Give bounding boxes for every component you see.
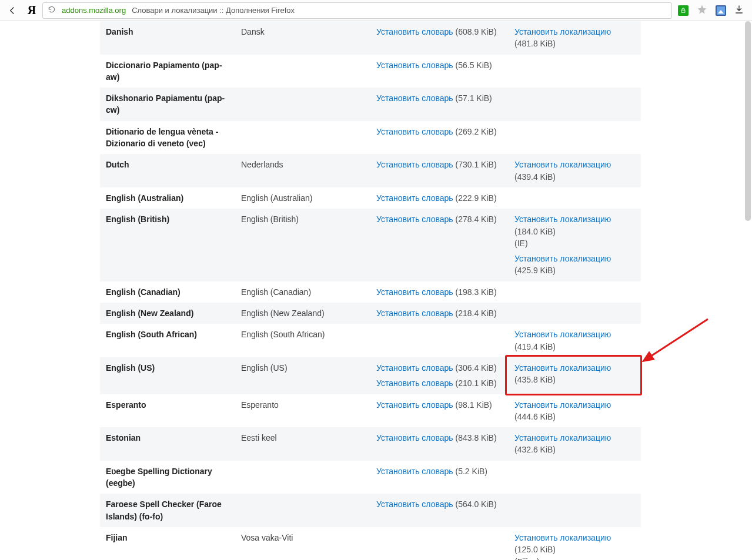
url-domain: addons.mozilla.org	[62, 6, 126, 15]
dict-cell: Установить словарь (730.1 KiB)	[370, 154, 509, 187]
lang-name: English (British)	[100, 209, 235, 281]
install-loc-size: (435.8 KiB)	[514, 375, 556, 384]
loc-cell: Установить локализацию (481.8 KiB)	[509, 21, 641, 55]
languages-table: DanishDanskУстановить словарь (608.9 KiB…	[100, 21, 641, 560]
lang-name: Faroese Spell Checker (Faroe Islands) (f…	[100, 494, 235, 527]
dict-cell: Установить словарь (278.4 KiB)	[370, 209, 509, 281]
install-dict-size: (210.1 KiB)	[456, 378, 497, 388]
install-dict-size: (730.1 KiB)	[456, 160, 497, 169]
install-dict-link[interactable]: Установить словарь	[376, 160, 453, 169]
loc-cell	[509, 121, 641, 155]
install-dict-link[interactable]: Установить словарь	[376, 127, 453, 136]
downloads-icon[interactable]	[734, 5, 744, 16]
install-dict-link[interactable]: Установить словарь	[376, 499, 453, 509]
toolbar-right	[676, 4, 748, 17]
lang-name: Ditionario de lengua vèneta - Dizionario…	[100, 121, 235, 155]
url-title: Словари и локализации :: Дополнения Fire…	[132, 6, 295, 15]
back-button[interactable]	[4, 2, 21, 19]
yandex-logo[interactable]: Я	[25, 4, 39, 17]
install-dict-link[interactable]: Установить словарь	[376, 308, 453, 318]
dict-cell: Установить словарь (222.9 KiB)	[370, 187, 509, 209]
dict-cell: Установить словарь (56.5 KiB)	[370, 55, 509, 88]
install-dict-size: (56.5 KiB)	[456, 61, 492, 70]
lang-name: Eʋegbe Spelling Dictionary (eegbe)	[100, 461, 235, 494]
lang-name: Dutch	[100, 154, 235, 187]
lang-native: English (Canadian)	[235, 281, 370, 303]
loc-cell	[509, 281, 641, 303]
lang-native	[235, 55, 370, 88]
install-loc-link[interactable]: Установить локализацию	[514, 254, 611, 263]
install-loc-link[interactable]: Установить локализацию	[514, 27, 611, 36]
scrollbar-thumb[interactable]	[745, 21, 751, 221]
lang-native: Eesti keel	[235, 427, 370, 461]
install-dict-link[interactable]: Установить словарь	[376, 287, 453, 297]
dict-cell	[370, 527, 509, 560]
install-loc-link[interactable]: Установить локализацию	[514, 330, 611, 339]
dict-cell: Установить словарь (218.4 KiB)	[370, 303, 509, 324]
screenshot-icon[interactable]	[716, 5, 726, 16]
table-row: English (Canadian)English (Canadian)Уста…	[100, 281, 641, 303]
lang-native	[235, 121, 370, 155]
install-dict-link[interactable]: Установить словарь	[376, 363, 453, 373]
table-row: Ditionario de lengua vèneta - Dizionario…	[100, 121, 641, 155]
table-row: English (New Zealand)English (New Zealan…	[100, 303, 641, 324]
lang-native	[235, 461, 370, 494]
lang-name: English (South African)	[100, 324, 235, 357]
install-dict-link[interactable]: Установить словарь	[376, 433, 453, 442]
install-dict-size: (222.9 KiB)	[456, 193, 497, 203]
lang-name: English (New Zealand)	[100, 303, 235, 324]
loc-cell	[509, 88, 641, 121]
install-loc-link[interactable]: Установить локализацию	[514, 400, 611, 410]
lang-native: Esperanto	[235, 394, 370, 428]
loc-cell: Установить локализацию (432.6 KiB)	[509, 427, 641, 461]
install-loc-link[interactable]: Установить локализацию	[514, 363, 611, 373]
install-loc-size: (444.6 KiB)	[514, 412, 556, 421]
install-loc-size: (184.0 KiB)	[514, 227, 556, 236]
loc-cell: Установить локализацию (184.0 KiB)(IE)Ус…	[509, 209, 641, 281]
bookmark-icon[interactable]	[697, 4, 707, 17]
table-row: Faroese Spell Checker (Faroe Islands) (f…	[100, 494, 641, 527]
install-dict-size: (269.2 KiB)	[456, 127, 497, 136]
table-row: EsperantoEsperantoУстановить словарь (98…	[100, 394, 641, 428]
install-loc-size: (432.6 KiB)	[514, 445, 556, 454]
install-loc-size: (419.4 KiB)	[514, 342, 556, 351]
loc-cell: Установить локализацию (439.4 KiB)	[509, 154, 641, 187]
install-dict-link[interactable]: Установить словарь	[376, 27, 453, 36]
install-dict-size: (5.2 KiB)	[456, 467, 487, 476]
lang-native: English (South African)	[235, 324, 370, 357]
table-row: EstonianEesti keelУстановить словарь (84…	[100, 427, 641, 461]
install-loc-link[interactable]: Установить локализацию	[514, 533, 611, 542]
lang-name: Danish	[100, 21, 235, 55]
install-dict-size: (306.4 KiB)	[456, 363, 497, 373]
dict-cell	[370, 324, 509, 357]
table-row: English (South African)English (South Af…	[100, 324, 641, 357]
lang-name: English (US)	[100, 357, 235, 394]
dict-cell: Установить словарь (564.0 KiB)	[370, 494, 509, 527]
svg-line-0	[649, 319, 708, 357]
install-loc-link[interactable]: Установить локализацию	[514, 433, 611, 442]
lang-name: Esperanto	[100, 394, 235, 428]
loc-cell	[509, 55, 641, 88]
install-dict-link[interactable]: Установить словарь	[376, 400, 453, 410]
lang-name: Dikshonario Papiamentu (pap-cw)	[100, 88, 235, 121]
install-dict-link[interactable]: Установить словарь	[376, 214, 453, 224]
lang-name: English (Canadian)	[100, 281, 235, 303]
table-row: DanishDanskУстановить словарь (608.9 KiB…	[100, 21, 641, 55]
dict-cell: Установить словарь (608.9 KiB)	[370, 21, 509, 55]
install-dict-link[interactable]: Установить словарь	[376, 193, 453, 203]
install-loc-link[interactable]: Установить локализацию	[514, 214, 611, 224]
install-dict-link[interactable]: Установить словарь	[376, 378, 453, 388]
security-badge[interactable]	[678, 5, 689, 16]
install-dict-size: (57.1 KiB)	[456, 93, 492, 103]
install-dict-link[interactable]: Установить словарь	[376, 61, 453, 70]
reload-icon[interactable]	[48, 5, 56, 15]
lang-native: English (New Zealand)	[235, 303, 370, 324]
table-row: DutchNederlandsУстановить словарь (730.1…	[100, 154, 641, 187]
loc-cell	[509, 187, 641, 209]
install-loc-size: (481.8 KiB)	[514, 39, 556, 48]
install-dict-size: (98.1 KiB)	[456, 400, 492, 410]
install-dict-link[interactable]: Установить словарь	[376, 93, 453, 103]
install-loc-link[interactable]: Установить локализацию	[514, 160, 611, 169]
address-bar[interactable]: addons.mozilla.org Словари и локализации…	[42, 2, 672, 19]
install-dict-link[interactable]: Установить словарь	[376, 467, 453, 476]
